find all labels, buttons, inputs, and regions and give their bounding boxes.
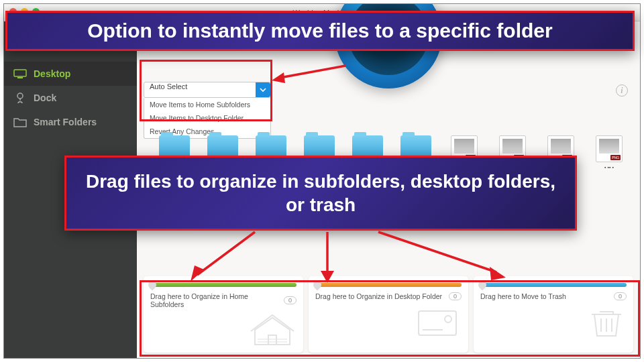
svg-point-2 [17, 93, 23, 99]
annotation-text: Drag files to organize in subfolders, de… [84, 170, 557, 217]
png-file-icon [596, 135, 623, 162]
dock-icon [13, 93, 27, 103]
annotation-mid: Drag files to organize in subfolders, de… [64, 156, 577, 231]
sidebar-item-smart-folders[interactable]: Smart Folders [4, 110, 137, 134]
highlight-zones [140, 280, 640, 357]
info-icon[interactable]: i [616, 84, 628, 97]
svg-rect-1 [17, 77, 23, 78]
sidebar-item-desktop[interactable]: Desktop [4, 62, 137, 86]
sidebar-item-label: Dock [34, 93, 56, 103]
file-label: ▪ ▪▪ ▪ [592, 165, 627, 170]
svg-rect-0 [14, 70, 26, 76]
sidebar-item-label: Desktop [34, 68, 70, 79]
annotation-top: Option to instantly move files to a spec… [5, 11, 635, 51]
sidebar-item-label: Smart Folders [34, 117, 97, 127]
desktop-icon [13, 68, 27, 79]
highlight-dropdown [140, 60, 272, 121]
annotation-text: Option to instantly move files to a spec… [87, 19, 552, 42]
sidebar-item-dock[interactable]: Dock [4, 86, 137, 110]
smart-folders-icon [13, 117, 27, 127]
file-item[interactable]: ▪ ▪▪ ▪ [592, 135, 627, 170]
